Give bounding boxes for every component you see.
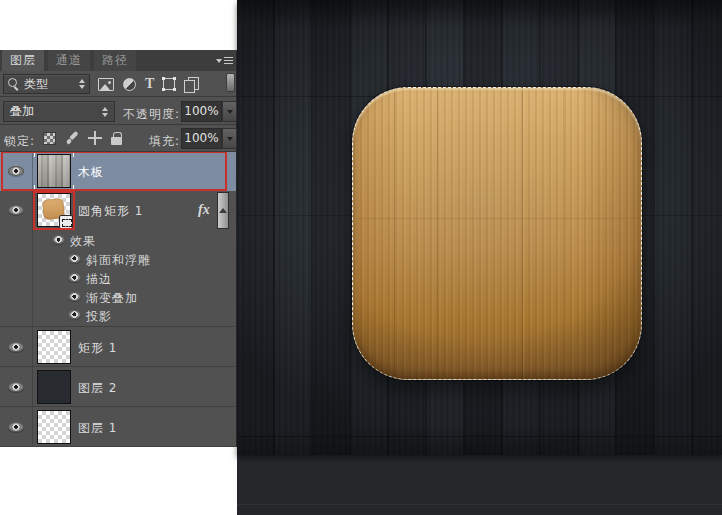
hamburger-lines-icon	[224, 60, 233, 61]
canvas-dark-wood-background	[237, 0, 722, 455]
visibility-eye-icon[interactable]	[8, 382, 24, 392]
adjustment-layer-filter-icon[interactable]	[123, 78, 136, 91]
lock-transparent-pixels-icon[interactable]	[43, 132, 56, 145]
effect-row-gradient-overlay[interactable]: 渐变叠加	[0, 287, 236, 306]
layer-row-layer1[interactable]: 图层 1	[0, 407, 236, 447]
visibility-eye-icon[interactable]	[68, 310, 81, 319]
scrollbar-thumb[interactable]	[217, 192, 229, 229]
effect-label: 描边	[86, 271, 112, 288]
effect-row-bevel-emboss[interactable]: 斜面和浮雕	[0, 249, 236, 268]
eye-cell	[0, 191, 33, 230]
visibility-eye-icon[interactable]	[52, 235, 65, 244]
fill-label: 填充:	[149, 133, 180, 150]
layer-name: 图层 2	[78, 380, 117, 397]
filter-kind-label: 类型	[24, 76, 48, 93]
layer-name: 圆角矩形 1	[78, 203, 143, 220]
layer-thumbnail[interactable]	[37, 193, 71, 227]
eye-cell	[0, 152, 33, 191]
layer-name: 矩形 1	[78, 340, 117, 357]
layers-list: 木板 圆角矩形 1 fx 效果	[0, 152, 236, 447]
pixel-layer-filter-icon[interactable]	[98, 78, 114, 91]
effect-label: 渐变叠加	[86, 290, 138, 307]
lock-label: 锁定:	[4, 133, 35, 150]
lock-image-pixels-icon[interactable]	[65, 131, 79, 145]
fill-dropdown-button[interactable]	[222, 128, 237, 149]
visibility-eye-icon[interactable]	[68, 273, 81, 282]
tab-channels[interactable]: 通道	[48, 50, 90, 71]
tab-layers[interactable]: 图层	[2, 50, 44, 71]
canvas-area[interactable]	[237, 0, 722, 515]
layer-thumbnail[interactable]	[37, 154, 71, 188]
lock-position-icon[interactable]	[88, 131, 102, 145]
search-icon	[8, 78, 20, 90]
wood-icon-selection[interactable]	[352, 87, 642, 380]
eye-cell	[0, 287, 33, 306]
blend-mode-select[interactable]: 叠加	[3, 101, 115, 122]
opacity-dropdown-button[interactable]	[222, 101, 237, 122]
lock-icons	[43, 130, 122, 146]
panel-menu-icon[interactable]	[216, 55, 233, 66]
effect-row-stroke[interactable]: 描边	[0, 268, 236, 287]
filter-type-icons: T	[98, 74, 199, 94]
canvas-edge-line	[237, 504, 722, 505]
clipped-toggle-icon[interactable]	[226, 73, 235, 92]
layers-panel: 图层 通道 路径 类型 T	[0, 50, 237, 447]
layer-row-wood-plank[interactable]: 木板	[0, 152, 236, 191]
visibility-eye-icon[interactable]	[8, 422, 24, 432]
blend-mode-row: 叠加 不透明度: 100%	[0, 97, 236, 125]
layer-row-rounded-rect[interactable]: 圆角矩形 1 fx	[0, 191, 236, 230]
selection-bracket-icon	[34, 152, 40, 157]
layer-name: 木板	[78, 164, 104, 181]
layer-row-layer2[interactable]: 图层 2	[0, 367, 236, 407]
shape-layer-filter-icon[interactable]	[163, 78, 175, 90]
eye-cell	[0, 327, 33, 366]
spinner-arrows-icon	[102, 107, 108, 117]
visibility-eye-icon[interactable]	[68, 292, 81, 301]
eye-cell	[0, 306, 33, 326]
layer-filter-row: 类型 T	[0, 71, 236, 97]
effects-header-label: 效果	[70, 233, 96, 250]
lock-all-icon[interactable]	[111, 132, 122, 145]
visibility-eye-icon[interactable]	[8, 166, 24, 176]
layer-thumbnail[interactable]	[37, 370, 71, 404]
triangle-down-icon	[227, 110, 233, 117]
smart-object-filter-icon[interactable]	[184, 77, 199, 92]
lock-row: 锁定: 填充: 100%	[0, 125, 236, 152]
triangle-down-icon	[227, 137, 233, 144]
fill-value-field[interactable]: 100%	[181, 128, 222, 149]
effect-label: 斜面和浮雕	[86, 252, 151, 269]
layer-thumbnail[interactable]	[37, 410, 71, 444]
effect-label: 投影	[86, 308, 112, 325]
tab-paths[interactable]: 路径	[94, 50, 136, 71]
layer-row-rectangle[interactable]: 矩形 1	[0, 327, 236, 367]
effect-row-drop-shadow[interactable]: 投影	[0, 306, 236, 327]
eye-cell	[0, 407, 33, 446]
fx-badge[interactable]: fx	[198, 202, 210, 218]
opacity-label: 不透明度:	[123, 106, 180, 123]
visibility-eye-icon[interactable]	[8, 205, 24, 215]
visibility-eye-icon[interactable]	[68, 254, 81, 263]
blend-mode-value: 叠加	[10, 103, 34, 120]
triangle-down-icon	[216, 59, 222, 66]
eye-cell	[0, 230, 33, 249]
effects-header-row[interactable]: 效果	[0, 230, 236, 249]
panel-tabbar: 图层 通道 路径	[0, 50, 236, 71]
eye-cell	[0, 367, 33, 406]
scroll-up-arrow-icon	[219, 204, 227, 213]
type-layer-filter-icon[interactable]: T	[145, 77, 154, 91]
selection-bracket-icon	[68, 152, 74, 157]
shape-layer-badge-icon	[59, 215, 73, 229]
canvas-center-glow	[297, 40, 697, 430]
filter-kind-select[interactable]: 类型	[3, 74, 90, 94]
eye-cell	[0, 249, 33, 268]
eye-cell	[0, 268, 33, 287]
photoshop-workspace: 图层 通道 路径 类型 T	[0, 0, 722, 515]
layer-name: 图层 1	[78, 420, 117, 437]
opacity-value-field[interactable]: 100%	[181, 101, 222, 122]
layer-thumbnail[interactable]	[37, 330, 71, 364]
spinner-arrows-icon	[79, 79, 85, 89]
visibility-eye-icon[interactable]	[8, 342, 24, 352]
